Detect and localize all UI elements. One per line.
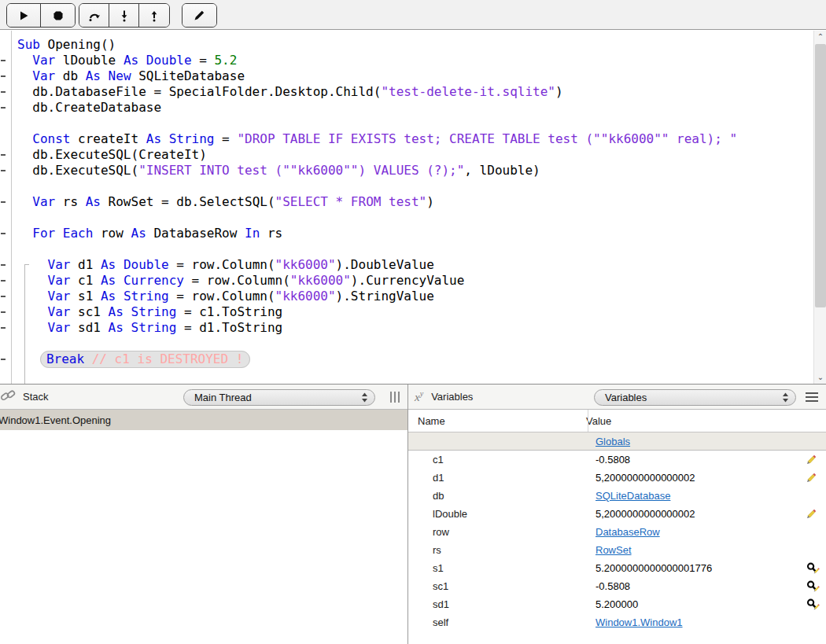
edit-button-group bbox=[182, 3, 217, 28]
variable-name: c1 bbox=[408, 454, 588, 466]
play-icon bbox=[18, 10, 29, 21]
code-line: db.DatabaseFile = SpecialFolder.Desktop.… bbox=[17, 84, 813, 100]
variables-panel-header: xy Variables Variables bbox=[408, 385, 826, 410]
code-editor[interactable]: Sub Opening() Var lDouble As Double = 5.… bbox=[0, 31, 826, 384]
step-into-icon bbox=[118, 9, 131, 22]
breakpoint-gutter-mark[interactable] bbox=[0, 304, 11, 320]
variable-row[interactable]: Globals bbox=[408, 432, 826, 451]
code-line: Var s1 As String = row.Column("kk6000").… bbox=[17, 289, 813, 304]
variable-value-link[interactable]: DatabaseRow bbox=[596, 526, 660, 538]
debug-toolbar bbox=[0, 0, 826, 30]
stop-icon bbox=[53, 10, 64, 21]
stack-frame-row[interactable]: Window1.Event.Opening bbox=[0, 410, 407, 430]
column-separator[interactable] bbox=[588, 410, 588, 432]
scroll-up-arrow-icon[interactable]: ⌃ bbox=[814, 31, 826, 43]
code-gutter[interactable] bbox=[0, 37, 11, 384]
edit-value-pencil-icon[interactable] bbox=[813, 601, 820, 613]
variables-scope-dropdown-value: Variables bbox=[605, 392, 782, 403]
stack-thread-dropdown[interactable]: Main Thread bbox=[183, 389, 375, 406]
variable-value-link[interactable]: Window1.Window1 bbox=[596, 616, 683, 628]
breakpoint-gutter-mark[interactable] bbox=[0, 351, 11, 367]
variables-menu-icon[interactable] bbox=[806, 392, 818, 404]
scroll-down-arrow-icon[interactable]: ⌄ bbox=[814, 371, 826, 384]
step-over-icon bbox=[88, 9, 101, 22]
variable-row[interactable]: lDouble5,2000000000000002 bbox=[408, 505, 826, 523]
code-line: Break // c1 is DESTROYED ! bbox=[17, 351, 813, 367]
code-line: Var c1 As Currency = row.Column("kk6000"… bbox=[17, 273, 813, 289]
code-line bbox=[17, 336, 813, 351]
current-execution-line-highlight: Break // c1 is DESTROYED ! bbox=[40, 351, 250, 368]
variable-value: Globals bbox=[588, 436, 630, 447]
code-line: Var db As New SQLiteDatabase bbox=[17, 68, 813, 84]
gutter-line bbox=[0, 116, 11, 131]
variable-row[interactable]: rsRowSet bbox=[408, 541, 826, 559]
variable-row[interactable]: sd15.200000 bbox=[408, 595, 826, 613]
breakpoint-gutter-mark[interactable] bbox=[0, 194, 11, 210]
run-button[interactable] bbox=[7, 4, 41, 27]
variables-scope-dropdown[interactable]: Variables bbox=[594, 389, 796, 406]
variable-row[interactable]: sc1-0.5808 bbox=[408, 577, 826, 595]
stop-button[interactable] bbox=[41, 4, 75, 27]
variable-value: RowSet bbox=[588, 544, 632, 556]
breakpoint-gutter-mark[interactable] bbox=[0, 320, 11, 336]
code-line: Var sc1 As String = c1.ToString bbox=[17, 304, 813, 320]
variable-row[interactable]: selfWindow1.Window1 bbox=[408, 613, 826, 631]
variable-value: 5.2000000000000001776 bbox=[588, 562, 712, 574]
edit-code-button[interactable] bbox=[183, 4, 216, 27]
run-stop-button-group bbox=[6, 3, 76, 28]
variable-value-link[interactable]: Globals bbox=[596, 436, 630, 447]
variable-value: 5.200000 bbox=[588, 598, 638, 610]
breakpoint-gutter-mark[interactable] bbox=[0, 68, 11, 84]
code-line: Sub Opening() bbox=[17, 37, 813, 53]
panel-grip-icon[interactable] bbox=[390, 392, 400, 403]
inspect-value-magnifier-icon[interactable] bbox=[806, 562, 819, 575]
breakpoint-gutter-mark[interactable] bbox=[0, 257, 11, 273]
variable-value: 5,2000000000000002 bbox=[588, 508, 695, 520]
edit-value-pencil-icon[interactable] bbox=[813, 565, 820, 576]
edit-value-pencil-icon[interactable] bbox=[806, 508, 819, 521]
breakpoint-gutter-mark[interactable] bbox=[0, 273, 11, 289]
edit-value-pencil-icon[interactable] bbox=[806, 472, 819, 484]
step-into-button[interactable] bbox=[109, 4, 139, 27]
code-line bbox=[17, 210, 813, 226]
code-line: Var rs As RowSet = db.SelectSQL("SELECT … bbox=[17, 194, 813, 210]
variable-row[interactable]: s15.2000000000000001776 bbox=[408, 559, 826, 577]
variable-value: Window1.Window1 bbox=[588, 616, 683, 628]
variable-row[interactable]: d15,2000000000000002 bbox=[408, 469, 826, 487]
gutter-line bbox=[0, 131, 11, 147]
breakpoint-gutter-mark[interactable] bbox=[0, 53, 11, 68]
step-button-group bbox=[79, 3, 170, 28]
variable-value: SQLiteDatabase bbox=[588, 490, 670, 502]
code-line bbox=[17, 178, 813, 194]
variable-value: DatabaseRow bbox=[588, 526, 660, 538]
variables-xy-icon: xy bbox=[415, 389, 423, 404]
variable-row[interactable]: c1-0.5808 bbox=[408, 451, 826, 469]
variable-row[interactable]: rowDatabaseRow bbox=[408, 523, 826, 541]
code-line: For Each row As DatabaseRow In rs bbox=[17, 226, 813, 241]
variable-row[interactable]: dbSQLiteDatabase bbox=[408, 487, 826, 505]
breakpoint-gutter-mark[interactable] bbox=[0, 163, 11, 178]
variable-name: rs bbox=[408, 544, 588, 556]
breakpoint-gutter-mark[interactable] bbox=[0, 84, 11, 100]
variable-value-link[interactable]: RowSet bbox=[596, 544, 632, 556]
variables-table-header: Name Value bbox=[408, 410, 826, 432]
step-out-button[interactable] bbox=[139, 4, 169, 27]
breakpoint-gutter-mark[interactable] bbox=[0, 289, 11, 304]
breakpoint-gutter-mark[interactable] bbox=[0, 147, 11, 163]
editor-vertical-scrollbar[interactable]: ⌃ ⌄ bbox=[813, 31, 826, 384]
code-line: db.ExecuteSQL("INSERT INTO test (""kk600… bbox=[17, 163, 813, 178]
breakpoint-gutter-mark[interactable] bbox=[0, 226, 11, 241]
variables-table-body: Globalsc1-0.5808 d15,2000000000000002 db… bbox=[408, 432, 826, 631]
breakpoint-gutter-mark[interactable] bbox=[0, 100, 11, 116]
inspect-value-magnifier-icon[interactable] bbox=[806, 598, 819, 611]
gutter-line bbox=[0, 210, 11, 226]
variable-value-link[interactable]: SQLiteDatabase bbox=[596, 490, 670, 502]
gutter-line bbox=[0, 37, 11, 53]
edit-value-pencil-icon[interactable] bbox=[813, 583, 820, 594]
variable-name: db bbox=[408, 490, 588, 502]
inspect-value-magnifier-icon[interactable] bbox=[806, 580, 819, 593]
step-over-button[interactable] bbox=[79, 4, 109, 27]
stack-panel: Stack Main Thread Window1.Event.Opening bbox=[0, 385, 408, 644]
scrollbar-thumb[interactable] bbox=[815, 44, 826, 307]
edit-value-pencil-icon[interactable] bbox=[806, 454, 819, 466]
